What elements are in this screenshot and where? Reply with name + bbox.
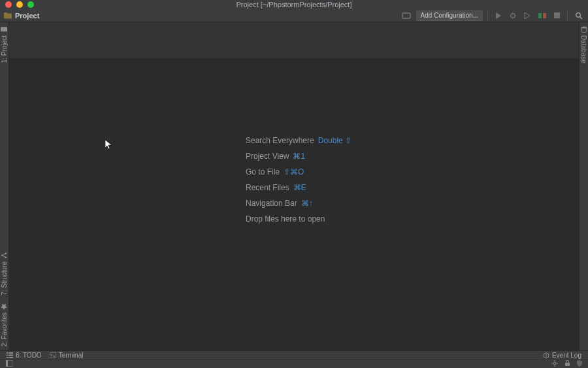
tool-window-project[interactable]: 1: Project — [1, 22, 8, 67]
tool-window-structure[interactable]: 7: Structure — [1, 248, 8, 299]
svg-rect-12 — [9, 352, 13, 354]
svg-point-10 — [581, 26, 587, 28]
todo-icon — [7, 352, 13, 358]
hint-drop-files: Drop files here to open — [246, 214, 325, 224]
hint-go-to-file: Go to File ⇧⌘O — [246, 167, 304, 176]
run-icon[interactable] — [493, 10, 504, 21]
svg-rect-2 — [538, 13, 542, 18]
tool-window-terminal-label: Terminal — [59, 352, 84, 359]
svg-rect-6 — [1, 27, 8, 31]
tool-window-event-log[interactable]: Event Log — [539, 352, 585, 359]
breadcrumb[interactable]: Project — [3, 12, 399, 20]
svg-rect-16 — [9, 357, 13, 358]
add-configuration-button[interactable]: Add Configuration... — [416, 10, 483, 21]
terminal-icon — [50, 352, 56, 358]
tool-window-favorites-label: 2: Favorites — [1, 312, 8, 346]
svg-rect-20 — [546, 356, 546, 357]
bottom-tool-strip: 6: TODO Terminal Event Log — [0, 350, 588, 360]
svg-rect-13 — [7, 355, 8, 356]
lock-icon[interactable] — [561, 360, 574, 368]
hint-recent-files: Recent Files ⌘E — [246, 183, 306, 192]
breadcrumb-project[interactable]: Project — [15, 12, 39, 20]
window-controls — [0, 1, 34, 8]
editor-hints: Search Everywhere Double ⇧ Project View … — [9, 136, 579, 224]
hint-shortcut: ⇧⌘O — [284, 167, 304, 176]
svg-rect-17 — [50, 352, 56, 358]
search-icon[interactable] — [572, 10, 585, 21]
run-coverage-icon[interactable] — [521, 10, 533, 21]
svg-rect-24 — [565, 363, 570, 366]
star-icon — [1, 303, 8, 310]
hint-project-view: Project View ⌘1 — [246, 152, 305, 161]
svg-rect-3 — [543, 13, 546, 18]
structure-icon — [1, 252, 8, 259]
hint-label: Recent Files — [246, 183, 289, 192]
left-tool-rail: 1: Project 7: Structure 2: Favorites — [0, 22, 9, 350]
tool-window-todo[interactable]: 6: TODO — [3, 352, 46, 359]
editor-tab-shelf — [9, 22, 579, 58]
inspection-profile-icon[interactable] — [574, 360, 585, 368]
svg-point-23 — [553, 362, 556, 365]
hint-shortcut: ⌘E — [293, 183, 306, 192]
tool-window-favorites[interactable]: 2: Favorites — [1, 299, 8, 350]
status-bar — [0, 360, 588, 368]
hint-label: Project View — [246, 152, 289, 161]
minimize-window-button[interactable] — [16, 1, 23, 8]
svg-rect-0 — [402, 13, 410, 18]
svg-point-1 — [511, 14, 515, 18]
folder-icon — [4, 12, 12, 19]
toolbar-right: Add Configuration... — [399, 10, 585, 21]
navigation-bar: Project Add Configuration... — [0, 9, 588, 22]
ide-settings-icon[interactable] — [548, 360, 561, 368]
hint-shortcut: Double ⇧ — [318, 136, 351, 145]
svg-point-5 — [576, 12, 581, 17]
title-bar: Project [~/PhpstormProjects/Project] — [0, 0, 588, 9]
close-window-button[interactable] — [5, 1, 12, 8]
attach-debugger-icon[interactable] — [536, 10, 549, 21]
tool-window-terminal[interactable]: Terminal — [46, 352, 88, 359]
build-icon[interactable] — [399, 10, 414, 21]
tool-window-todo-label: 6: TODO — [16, 352, 42, 359]
hint-label: Search Everywhere — [246, 136, 314, 145]
toolbar-separator — [487, 11, 488, 20]
tool-window-database-label: Database — [580, 35, 587, 63]
hide-tool-windows-icon[interactable] — [3, 360, 16, 368]
svg-rect-15 — [7, 357, 8, 358]
database-icon — [581, 26, 587, 33]
svg-rect-4 — [554, 12, 560, 18]
svg-rect-19 — [546, 354, 546, 356]
tool-window-structure-label: 7: Structure — [1, 261, 8, 295]
hint-label: Go to File — [246, 167, 280, 176]
debug-icon[interactable] — [507, 10, 519, 21]
hint-shortcut: ⌘↑ — [301, 199, 313, 208]
zoom-window-button[interactable] — [27, 1, 34, 8]
stop-icon[interactable] — [551, 10, 563, 21]
project-icon — [1, 26, 8, 33]
event-log-icon — [543, 352, 549, 359]
window-title: Project [~/PhpstormProjects/Project] — [0, 1, 588, 8]
hint-navigation-bar: Navigation Bar ⌘↑ — [246, 199, 313, 208]
svg-rect-22 — [6, 360, 8, 367]
tool-window-database[interactable]: Database — [580, 22, 587, 67]
tool-window-project-label: 1: Project — [1, 35, 8, 63]
toolbar-separator — [567, 11, 568, 20]
hint-shortcut: ⌘1 — [293, 152, 305, 161]
svg-rect-11 — [7, 352, 8, 354]
tool-window-event-log-label: Event Log — [552, 352, 581, 359]
editor-empty-state[interactable]: Search Everywhere Double ⇧ Project View … — [9, 22, 579, 350]
svg-rect-14 — [9, 355, 13, 356]
hint-search-everywhere: Search Everywhere Double ⇧ — [246, 136, 351, 145]
hint-label: Navigation Bar — [246, 199, 297, 208]
right-tool-rail: Database — [579, 22, 588, 350]
